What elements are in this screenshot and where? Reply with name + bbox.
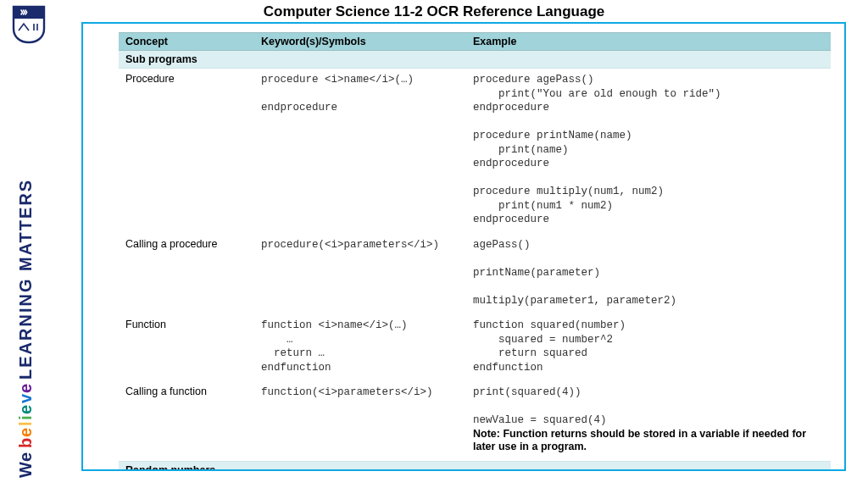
example-cell: function squared(number) squared = numbe… [466,314,831,381]
example-note: Note: Function returns should be stored … [473,428,824,454]
concept-cell: Calling a function [119,381,254,461]
keywords-cell: function <i>name</i>(…) … return … endfu… [254,314,466,381]
example-cell: print(squared(4)) newValue = squared(4)N… [466,381,831,461]
table-header-row: Concept Keyword(s)/Symbols Example [119,33,831,51]
example-cell: procedure agePass() print("You are old e… [466,69,831,234]
col-concept: Concept [119,33,254,51]
concept-cell: Calling a procedure [119,234,254,315]
concept-cell: Function [119,314,254,381]
section-header: Random numbers [119,461,831,469]
reference-table: Concept Keyword(s)/Symbols Example Sub p… [119,32,831,469]
motto-we: We [16,452,36,478]
motto-believe: b e l i e v e [16,383,36,448]
col-example: Example [466,33,831,51]
example-cell: agePass() printName(parameter) multiply(… [466,234,831,315]
section-title: Random numbers [119,461,831,469]
school-logo [12,5,46,44]
section-header: Sub programs [119,51,831,69]
svg-rect-0 [14,7,44,19]
keywords-cell: function(<i>parameters</i>) [254,381,466,461]
page-title: Computer Science 11-2 OCR Reference Lang… [0,3,868,20]
table-row: Calling a functionfunction(<i>parameters… [119,381,831,461]
col-keywords: Keyword(s)/Symbols [254,33,466,51]
table-row: Procedureprocedure <i>name</i>(…) endpro… [119,69,831,234]
motto-learning-matters: LEARNING MATTERS [16,179,36,380]
table-row: Functionfunction <i>name</i>(…) … return… [119,314,831,381]
section-title: Sub programs [119,51,831,69]
table-row: Calling a procedureprocedure(<i>paramete… [119,234,831,315]
concept-cell: Procedure [119,69,254,234]
content-frame: Concept Keyword(s)/Symbols Example Sub p… [81,22,846,471]
keywords-cell: procedure(<i>parameters</i>) [254,234,466,315]
keywords-cell: procedure <i>name</i>(…) endprocedure [254,69,466,234]
sidebar-motto: We b e l i e v e LEARNING MATTERS [8,53,42,478]
